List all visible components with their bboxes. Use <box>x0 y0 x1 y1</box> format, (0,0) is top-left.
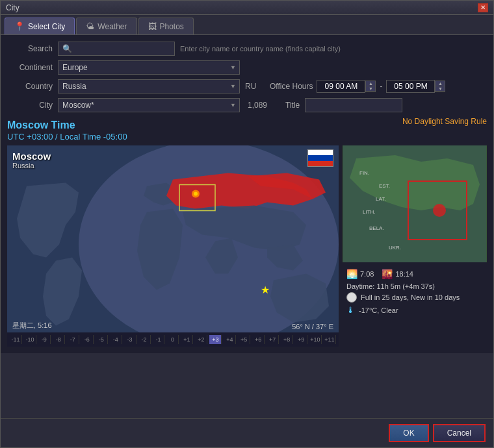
world-map: ★ Moscow Russia 星期二, 5:16 56° N / <box>7 145 339 347</box>
tz-cell-p8: +8 <box>281 335 293 344</box>
tz-cell-n3: -3 <box>124 335 136 344</box>
tz-cell-p6: +6 <box>252 335 265 344</box>
tz-cell-p4: +4 <box>224 335 236 344</box>
tab-bar: 📍 Select City 🌤 Weather 🖼 Photos <box>1 15 493 34</box>
moon-icon <box>346 292 357 303</box>
tz-cell-p5: +5 <box>238 335 250 344</box>
tab-weather[interactable]: 🌤 Weather <box>76 18 136 34</box>
tz-cell-n2: -2 <box>138 335 151 344</box>
country-select[interactable]: Russia <box>58 79 240 93</box>
sun-times-row: 🌅 7:08 🌇 18:14 <box>346 269 483 279</box>
tz-cell-n7: -7 <box>67 335 79 344</box>
tab-weather-label: Weather <box>98 22 127 31</box>
content-area: Search Enter city name or country name (… <box>1 34 493 353</box>
office-start-input[interactable] <box>317 80 365 93</box>
svg-text:FIN.: FIN. <box>359 170 369 176</box>
tz-cell-n11: -11 <box>10 335 22 344</box>
svg-text:LITH.: LITH. <box>363 209 376 215</box>
search-row: Search Enter city name or country name (… <box>7 42 487 56</box>
map-section: ★ Moscow Russia 星期二, 5:16 56° N / <box>7 145 487 347</box>
country-code: RU <box>245 82 265 91</box>
world-map-svg: ★ <box>7 145 339 347</box>
svg-point-3 <box>194 192 198 196</box>
office-hours-section: Office Hours ▲ ▼ - ▲ ▼ <box>270 80 445 93</box>
thermometer-icon: 🌡 <box>346 305 355 315</box>
sunrise-time: 7:08 <box>360 270 374 278</box>
office-end-down[interactable]: ▼ <box>436 86 445 92</box>
russia-flag <box>307 149 333 167</box>
tab-photos-label: Photos <box>160 22 184 31</box>
search-input[interactable] <box>58 42 175 56</box>
country-row: Country Russia RU Office Hours ▲ ▼ - <box>7 79 487 93</box>
map-coords: 56° N / 37° E <box>292 323 333 330</box>
city-count: 1,089 <box>248 101 267 110</box>
map-side-panel: FIN. EST. LAT. LITH. BELA. UKR. <box>343 145 487 347</box>
office-end-input[interactable] <box>386 80 435 93</box>
map-overlay: Moscow Russia <box>12 151 51 169</box>
time-separator: - <box>380 82 382 91</box>
office-start-up[interactable]: ▲ <box>366 81 375 86</box>
city-time-label: Moscow Time <box>7 119 127 131</box>
moon-row: Full in 25 days, New in 10 days <box>346 292 483 303</box>
city-row: City Moscow* 1,089 Title <box>7 98 487 112</box>
search-label: Search <box>7 44 53 53</box>
time-info: Moscow Time UTC +03:00 / Local Time -05:… <box>7 117 127 142</box>
tz-cell-p9: +9 <box>295 335 307 344</box>
tz-cell-n10: -10 <box>24 335 36 344</box>
tz-cell-0: 0 <box>166 335 179 344</box>
title-bar: City ✕ <box>1 1 493 15</box>
title-input[interactable] <box>305 98 402 112</box>
svg-text:EST.: EST. <box>379 183 390 189</box>
tz-cell-p3: +3 <box>209 335 222 344</box>
close-button[interactable]: ✕ <box>478 3 488 12</box>
city-label: City <box>7 101 53 110</box>
daytime-text: Daytime: 11h 5m (+4m 37s) <box>346 282 483 290</box>
weather-icon: 🌤 <box>86 21 94 31</box>
tz-cell-n6: -6 <box>81 335 94 344</box>
city-select[interactable]: Moscow* <box>58 98 240 112</box>
tz-cell-n8: -8 <box>53 335 65 344</box>
office-start-down[interactable]: ▼ <box>366 86 375 92</box>
window-title: City <box>6 3 20 12</box>
continent-label: Continent <box>7 63 53 72</box>
office-start-group: ▲ ▼ <box>317 80 376 93</box>
utc-offset: UTC +03:00 / Local Time -05:00 <box>7 132 127 142</box>
tab-select-city-label: Select City <box>28 22 65 31</box>
office-end-spin: ▲ ▼ <box>435 81 445 92</box>
mini-map: FIN. EST. LAT. LITH. BELA. UKR. <box>343 145 487 262</box>
svg-text:★: ★ <box>261 284 270 295</box>
tz-cell-n9: -9 <box>38 335 51 344</box>
dst-note: No Daylight Saving Rule <box>127 117 487 126</box>
sunrise-icon: 🌅 <box>346 269 358 279</box>
select-city-icon: 📍 <box>14 21 25 31</box>
office-start-spin: ▲ ▼ <box>365 81 376 92</box>
map-country-name: Russia <box>12 162 51 169</box>
tab-photos[interactable]: 🖼 Photos <box>138 18 194 34</box>
country-select-wrapper: Russia <box>58 79 240 93</box>
sunrise-item: 🌅 7:08 <box>346 269 374 279</box>
svg-text:LAT.: LAT. <box>376 196 385 202</box>
svg-text:UKR.: UKR. <box>389 245 401 251</box>
search-hint: Enter city name or country name (finds c… <box>180 45 341 53</box>
main-window: City ✕ 📍 Select City 🌤 Weather 🖼 Photos … <box>0 0 494 448</box>
ok-button[interactable]: OK <box>389 424 428 442</box>
sunset-icon: 🌇 <box>382 269 393 279</box>
map-city-name: Moscow <box>12 151 51 162</box>
cancel-button[interactable]: Cancel <box>433 424 486 442</box>
temp-row: 🌡 -17°C, Clear <box>346 305 483 315</box>
country-label: Country <box>7 82 53 91</box>
bottom-buttons: OK Cancel <box>1 418 493 447</box>
tab-select-city[interactable]: 📍 Select City <box>5 18 75 34</box>
moon-text: Full in 25 days, New in 10 days <box>361 293 460 301</box>
office-end-up[interactable]: ▲ <box>436 81 445 86</box>
svg-point-14 <box>433 204 446 217</box>
tz-cell-n4: -4 <box>110 335 122 344</box>
tz-cell-p7: +7 <box>266 335 279 344</box>
city-select-wrapper: Moscow* <box>58 98 240 112</box>
continent-select[interactable]: Europe <box>58 60 240 75</box>
sunset-time: 18:14 <box>395 270 413 278</box>
photos-icon: 🖼 <box>148 21 157 31</box>
tz-cell-p1: +1 <box>181 335 193 344</box>
tz-cell-p10: +10 <box>309 335 322 344</box>
continent-row: Continent Europe <box>7 60 487 75</box>
